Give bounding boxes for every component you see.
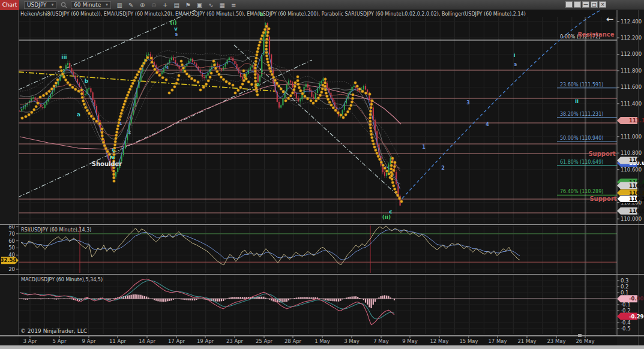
price-marker-text: 110.244 (629, 196, 644, 202)
instrument-value: USDJPY (27, 2, 47, 8)
time-marker (578, 334, 582, 337)
price-scale-tick: 111.400 (621, 101, 642, 107)
price-marker-text: 110.711 (629, 157, 644, 163)
annotation-i: (i) (170, 20, 176, 26)
date-label: 9 May (402, 338, 418, 344)
tab-chart[interactable]: Chart (0, 0, 19, 10)
chart-style-icon[interactable]: ▥ (114, 0, 125, 10)
annotation-Resistance: Resistance (577, 31, 614, 38)
price-scale-tick: 110.600 (621, 167, 642, 173)
fib-level-label: 50.00% (110.940) (560, 136, 603, 141)
date-label: 23 May (547, 338, 565, 344)
close-button[interactable]: × (599, 1, 606, 8)
date-label: 25 Apr (256, 338, 273, 344)
macd-scale-tick: 0.2 (621, 284, 629, 290)
date-label: 3 May (344, 338, 360, 344)
instrument-select[interactable]: USDJPY ▾ (24, 1, 56, 9)
minimize-button[interactable]: — (582, 1, 589, 8)
annotation-1: 1 (422, 145, 426, 150)
annotation-Support: Support (588, 151, 615, 157)
window-button-b[interactable] (574, 1, 581, 8)
annotation-Support: Support (589, 195, 616, 202)
restore-button[interactable]: □ (591, 1, 598, 8)
macd-marker-text: -0.296 (629, 314, 644, 320)
window-controls: —□× (564, 1, 606, 8)
rsi-scale-tick: 20 (8, 266, 15, 272)
annotation-iv: iv (110, 154, 115, 160)
price-scale-tick: 112.000 (621, 51, 642, 57)
date-label: 17 May (488, 338, 507, 344)
zoom-in-icon[interactable]: ⊕ (137, 0, 148, 10)
date-label: 28 Apr (284, 338, 302, 344)
fib-level-label: 61.80% (110.649) (560, 160, 603, 165)
chart-canvas[interactable]: 0.00% (112.172)23.60% (111.591)38.20% (1… (0, 0, 644, 349)
date-label: 23 Apr (226, 338, 244, 344)
annotation-iii: iii (61, 54, 67, 60)
price-scale-tick: 112.200 (621, 35, 642, 41)
annotation-3: 3 (466, 100, 470, 106)
annotation-4: 4 (166, 65, 169, 70)
interval-select[interactable]: 60 Minute ▾ (71, 1, 111, 9)
date-label: 19 Apr (197, 338, 214, 344)
date-label: 11 Apr (109, 338, 127, 344)
price-scale-tick: 111.600 (621, 84, 642, 90)
zoom-out-icon[interactable]: ⊖ (148, 0, 160, 10)
macd-scale-tick: 0.3 (621, 278, 629, 284)
annotation-2: 2 (128, 130, 131, 135)
macd-scale-tick: -0.1 (621, 302, 631, 308)
date-label: 21 May (517, 338, 536, 344)
annotation-ii: (ii) (382, 214, 391, 220)
flag-icon[interactable]: ⚑ (182, 0, 194, 10)
date-label: 17 Apr (168, 338, 185, 344)
search-icon[interactable] (59, 1, 68, 9)
chart-background (0, 10, 644, 349)
annotation-5: 5 (514, 62, 517, 67)
chevron-down-icon: ▾ (106, 2, 108, 7)
annotation-5: 5 (175, 32, 178, 37)
window-titlebar: Chart USDJPY ▾ 60 Minute ▾ ▥✎⊕⊖+▤⚑▣∿▦≡ —… (0, 0, 644, 10)
snapshot-icon[interactable]: ▣ (194, 0, 205, 10)
annotation-b: b (260, 11, 264, 17)
pencil-icon[interactable]: ✎ (125, 0, 137, 10)
price-marker-text: 110.097 (629, 208, 644, 214)
date-label: 15 May (459, 338, 478, 344)
horizontal-scrollbar[interactable] (0, 345, 644, 349)
rsi-scale-tick: 60 (8, 238, 15, 244)
price-scale-tick: 110.000 (621, 216, 642, 222)
data-box-icon[interactable]: ▤ (171, 0, 182, 10)
date-label: 9 Apr (82, 338, 96, 344)
crosshair-icon[interactable]: + (160, 0, 171, 10)
rsi-scale-tick: 50 (8, 245, 15, 251)
price-scale-tick: 111.800 (621, 68, 642, 74)
date-label: 12 May (430, 338, 448, 344)
annotation-a: a (256, 82, 260, 88)
window-button-a[interactable] (565, 1, 573, 8)
annotation-c: c (112, 147, 115, 153)
rsi-scale-tick: 70 (8, 231, 15, 237)
price-scale-tick: 112.400 (621, 19, 642, 25)
date-label: 1 May (314, 338, 330, 344)
macd-marker-text: -0.00283 (629, 296, 644, 302)
annotation-v: v (174, 26, 178, 32)
annotation-Shoulder: Shoulder (92, 161, 122, 167)
trend-channel-icon[interactable]: ∿ (205, 0, 217, 10)
toolbar-icons: ▥✎⊕⊖+▤⚑▣∿▦≡ (114, 0, 239, 10)
scroll-left-arrow-icon[interactable]: ← (606, 14, 614, 25)
macd-scale-tick: -0.2 (621, 308, 631, 314)
fib-level-label: 38.20% (111.231) (560, 112, 603, 117)
fib-level-label: 76.40% (110.289) (560, 189, 603, 194)
date-label: 26 May (576, 338, 594, 344)
properties-icon[interactable]: ≡ (228, 0, 239, 10)
macd-scale-tick: -0.5 (621, 326, 631, 332)
annotation-b: b (85, 78, 89, 84)
report-icon[interactable]: ▦ (217, 0, 228, 10)
annotation-ii: ii (575, 98, 579, 104)
date-label: 14 Apr (139, 338, 156, 344)
annotation-2: 2 (441, 166, 445, 171)
date-label: 3 Apr (23, 338, 37, 344)
rsi-value-text: 32.54 (1, 257, 17, 263)
annotation-i: i (513, 52, 515, 58)
fib-level-label: 23.60% (111.591) (560, 82, 603, 88)
price-scale-tick: 111.000 (621, 134, 642, 140)
annotation-a: a (77, 112, 80, 118)
